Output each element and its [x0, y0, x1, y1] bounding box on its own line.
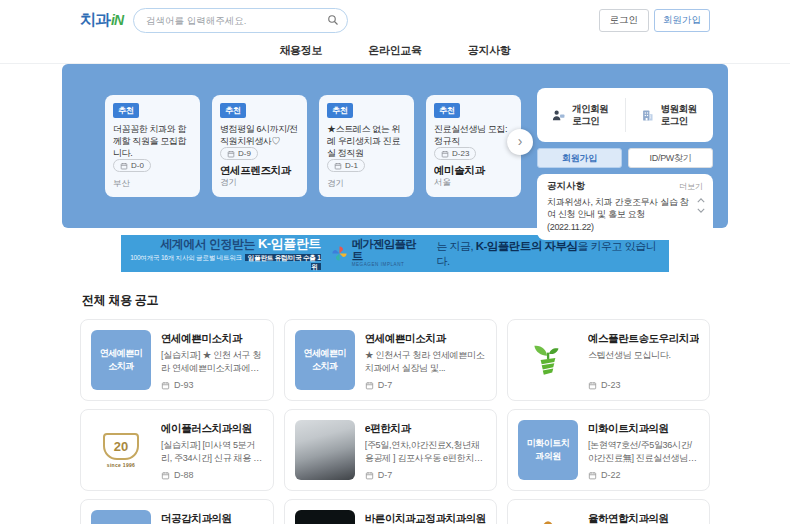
job-description: [실습치과] ★ 인천 서구 청라 연세예쁜미소치과에서 실습생 선생...: [161, 349, 263, 375]
job-card[interactable]: 20 since 1996 에이플러스치과의원 [실습치과] [미사역 5분거리…: [80, 409, 274, 491]
member-signup-button[interactable]: 회원가입: [537, 148, 622, 168]
job-title: 에이플러스치과의원: [161, 422, 263, 436]
job-title: 율하연합치과의원: [588, 512, 699, 524]
company-name: 연세프렌즈치과: [220, 164, 299, 175]
company-location: 부산: [113, 178, 192, 190]
banner-headline-block: 세계에서 인정받는 K-임플란트 100여개국 16개 지사의 글로벌 네트워크…: [121, 235, 321, 272]
plant-icon: [527, 339, 569, 381]
recommended-job-card[interactable]: 추천 ★스트레스 없는 위례 우리생치과 진료실 정직원 D-1 우리생치과의원…: [319, 95, 414, 197]
search-input[interactable]: [133, 8, 348, 33]
dday-label: D-1: [345, 161, 358, 170]
chevron-down-icon: [697, 208, 705, 213]
notice-prev-button[interactable]: [697, 198, 705, 203]
job-card[interactable]: 미화이트치과의원 미화이트치과의원 [논현역7호선/주5일36시간/야간진료無]…: [507, 409, 710, 491]
dday-row: D-93: [161, 380, 263, 390]
login-button[interactable]: 로그인: [599, 9, 650, 32]
job-card[interactable]: 연세예쁜미소치과 연세예쁜미소치과 ★ 인천서구 청라 연세예쁜미소치과에서 실…: [284, 319, 497, 401]
recommend-badge: 추천: [327, 103, 353, 118]
job-card-body: 연세예쁜미소치과 [실습치과] ★ 인천 서구 청라 연세예쁜미소치과에서 실습…: [161, 330, 263, 390]
recommended-job-card[interactable]: 추천 더꼼꼼한 치과와 함께할 직원을 모집합니다. D-0 더꼼꼼한치과 부산: [105, 95, 200, 197]
ad-banner[interactable]: 세계에서 인정받는 K-임플란트 100여개국 16개 지사의 글로벌 네트워크…: [121, 235, 669, 272]
member-panel: 개인회원 로그인 병원회원 로그인 회원가입 ID/PW찾기 공지사항 더보기 …: [537, 88, 713, 240]
job-card[interactable]: 바른이치과교정과치과의원 교정전문치과/진료팀 선생님 충원합니다^^...: [284, 499, 497, 524]
search-icon: [327, 14, 339, 26]
app-logo[interactable]: 치과 iN: [80, 10, 123, 31]
company-logo: 더공감치과의원: [91, 510, 151, 524]
clinic-photo-thumbnail: [295, 420, 355, 480]
auth-buttons: 로그인 회원가입: [599, 9, 711, 32]
dday-label: D-7: [378, 470, 393, 480]
job-card[interactable]: e편한치과 [주5일,연차,야간진료X,청년채용공제 ] 김포사우동 e편한치과…: [284, 409, 497, 491]
dday-label: D-22: [601, 470, 621, 480]
signup-button[interactable]: 회원가입: [654, 9, 710, 32]
chevron-up-icon: [697, 198, 705, 203]
carousel-next-button[interactable]: ›: [507, 129, 533, 155]
job-title: 연세예쁜미소치과: [365, 332, 486, 346]
nav-item[interactable]: 공지사항: [468, 43, 511, 58]
hospital-login-button[interactable]: 병원회원 로그인: [626, 88, 714, 142]
notice-pager: [697, 198, 705, 213]
job-card-body: 에이플러스치과의원 [실습치과] [미사역 5분거리, 주34시간] 신규 채용…: [161, 420, 263, 480]
badge-20-icon: 20 since 1996: [103, 433, 139, 468]
dday-label: D-0: [131, 161, 144, 170]
company-logo: 연세예쁜미소치과: [91, 330, 151, 390]
dday-label: D-93: [174, 380, 194, 390]
calendar-icon: [334, 162, 342, 170]
nav-item[interactable]: 온라인교육: [368, 43, 422, 58]
person-icon: [551, 108, 566, 123]
app-logo-primary: 치과: [80, 10, 110, 31]
personal-login-label: 개인회원 로그인: [572, 103, 610, 128]
notice-more-link[interactable]: 더보기: [679, 181, 703, 192]
calendar-icon: [161, 471, 170, 480]
chevron-right-icon: ›: [518, 133, 523, 149]
job-description: [실습치과] [미사역 5분거리, 주34시간] 신규 채용 및 실습생...: [161, 439, 263, 465]
dday-badge: D-9: [220, 147, 258, 160]
company-name: 예미솔치과: [434, 164, 513, 175]
recommended-jobs-carousel: 추천 더꼼꼼한 치과와 함께할 직원을 모집합니다. D-0 더꼼꼼한치과 부산…: [105, 95, 521, 197]
dday-row: D-23: [588, 380, 699, 390]
calendar-icon: [120, 162, 128, 170]
job-card-body: 예스플란트송도우리치과 스텝선생님 모십니다. D-23: [588, 330, 699, 390]
search-button[interactable]: [327, 14, 339, 26]
personal-login-button[interactable]: 개인회원 로그인: [537, 88, 625, 142]
badge-20-caption: since 1996: [107, 462, 135, 468]
search-bar: [133, 8, 348, 33]
job-title: 미화이트치과의원: [588, 422, 699, 436]
dday-row: D-88: [161, 470, 263, 480]
banner-subline: 100여개국 16개 지사의 글로벌 네트워크임플란트 유럽/미국 수출 1위: [121, 254, 321, 272]
job-card[interactable]: 연세예쁜미소치과 연세예쁜미소치과 [실습치과] ★ 인천 서구 청라 연세예쁜…: [80, 319, 274, 401]
dday-label: D-9: [238, 149, 251, 158]
logo-text: 연세예쁜미소치과: [91, 347, 151, 373]
recommend-badge: 추천: [220, 103, 246, 118]
company-logo: [295, 510, 355, 524]
notice-panel: 공지사항 더보기 치과위생사, 치과 간호조무사 실습 참여 신청 안내 및 홍…: [537, 174, 713, 240]
job-card[interactable]: 더공감치과의원 더공감치과의원 진료실 선생님 모십니다.: [80, 499, 274, 524]
recommend-badge: 추천: [113, 103, 139, 118]
dday-row: D-22: [588, 470, 699, 480]
job-card-body: 미화이트치과의원 [논현역7호선/주5일36시간/야간진료無] 진료실선생님을.…: [588, 420, 699, 480]
job-title: 바른이치과교정과치과의원: [365, 512, 486, 524]
job-description: 스텝선생님 모십니다.: [588, 349, 699, 362]
banner-highlight: 임플란트 유럽/미국 수출 1위: [245, 254, 321, 270]
calendar-icon: [227, 150, 235, 158]
nav-item[interactable]: 채용정보: [279, 43, 322, 58]
job-card[interactable]: 율하연합치과의원 진료실 스탭 충원합니다 (파트타임 가능)...: [507, 499, 710, 524]
brand-name: 메가젠임플란트: [352, 239, 427, 262]
hospital-login-label: 병원회원 로그인: [661, 103, 699, 128]
job-title: 더공감치과의원: [161, 512, 263, 524]
notice-item-text[interactable]: 치과위생사, 치과 간호조무사 실습 참여 신청 안내 및 홍보 요청(2022…: [547, 196, 703, 233]
find-idpw-button[interactable]: ID/PW찾기: [628, 148, 713, 168]
member-login-card: 개인회원 로그인 병원회원 로그인: [537, 88, 713, 142]
job-card-body: 바른이치과교정과치과의원 교정전문치과/진료팀 선생님 충원합니다^^...: [365, 510, 486, 524]
job-card-title: ★스트레스 없는 위례 우리생치과 진료실 정직원: [327, 123, 406, 159]
job-card[interactable]: 예스플란트송도우리치과 스텝선생님 모십니다. D-23: [507, 319, 710, 401]
banner-headline: 세계에서 인정받는 K-임플란트: [121, 235, 321, 253]
notice-next-button[interactable]: [697, 208, 705, 213]
recommend-badge: 추천: [434, 103, 460, 118]
job-card-body: 율하연합치과의원 진료실 스탭 충원합니다 (파트타임 가능)...: [588, 510, 699, 524]
calendar-icon: [365, 471, 374, 480]
company-location: 경기: [327, 178, 406, 190]
recommended-job-card[interactable]: 추천 병점평일 6시까지/전직원치위생사♡ D-9 연세프렌즈치과 경기: [212, 95, 307, 197]
dday-row: D-7: [365, 380, 486, 390]
jobs-section-title: 전체 채용 공고: [82, 292, 708, 309]
